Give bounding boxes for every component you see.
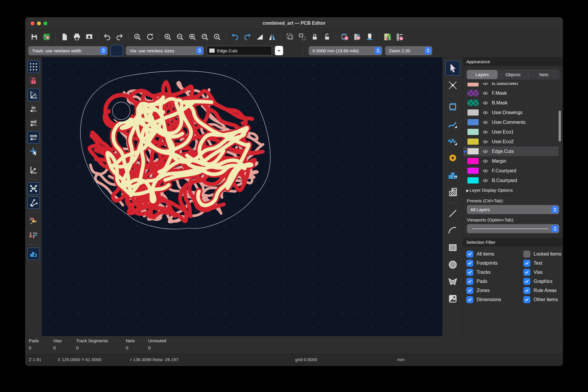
- visibility-eye-icon[interactable]: [482, 110, 488, 115]
- checkbox-checked-icon[interactable]: [523, 260, 530, 267]
- track-display-button[interactable]: [27, 229, 40, 241]
- layer-color-swatch[interactable]: [467, 129, 479, 135]
- select-arrow-button[interactable]: [445, 61, 460, 76]
- checkbox-checked-icon[interactable]: [466, 269, 473, 276]
- visibility-eye-icon[interactable]: [482, 101, 488, 105]
- plot-button[interactable]: [83, 31, 95, 43]
- zone-display-button[interactable]: [27, 248, 40, 260]
- print-button[interactable]: [71, 31, 83, 43]
- layer-color-swatch[interactable]: [467, 168, 479, 174]
- place-via-button[interactable]: [445, 151, 460, 165]
- place-footprint-button[interactable]: [445, 99, 460, 114]
- filter-rule-areas[interactable]: Rule Areas: [523, 287, 563, 294]
- redo-button[interactable]: [113, 31, 125, 43]
- checkbox-checked-icon[interactable]: [523, 296, 530, 303]
- rotate-ccw-button[interactable]: [229, 31, 241, 43]
- layer-pair-tool[interactable]: [286, 45, 298, 56]
- layer-color-swatch[interactable]: [467, 119, 479, 125]
- group-button[interactable]: [284, 31, 296, 43]
- zoom-in-button[interactable]: [162, 31, 173, 43]
- ungroup-button[interactable]: [296, 31, 308, 43]
- footprint-editor-button[interactable]: [339, 31, 351, 43]
- layer-row-margin[interactable]: Margin: [463, 156, 559, 166]
- layer-list-scrollbar[interactable]: [559, 111, 561, 141]
- layer-color-swatch[interactable]: [467, 83, 479, 86]
- checkbox-checked-icon[interactable]: [466, 278, 473, 285]
- viewports-dropdown[interactable]: [467, 224, 559, 233]
- visibility-eye-icon[interactable]: [482, 83, 488, 86]
- draw-rectangle-button[interactable]: [445, 240, 460, 255]
- checkbox-checked-icon[interactable]: [523, 278, 530, 285]
- units-mm-button[interactable]: mm: [27, 131, 40, 144]
- checkbox-checked-icon[interactable]: [466, 296, 473, 303]
- visibility-eye-icon[interactable]: [482, 159, 488, 164]
- layer-row-b-silkscreen[interactable]: B.Silkscreen: [463, 83, 559, 88]
- layer-row-user-comments[interactable]: User.Comments: [463, 117, 559, 127]
- checkbox-unchecked-icon[interactable]: [523, 251, 530, 258]
- checkbox-checked-icon[interactable]: [466, 251, 473, 258]
- save-button[interactable]: [28, 31, 40, 43]
- filter-vias[interactable]: Vias: [523, 269, 563, 276]
- layer-row-user-drawings[interactable]: User.Drawings: [463, 108, 559, 117]
- drafting-45-button[interactable]: [27, 164, 40, 176]
- layer-color-swatch[interactable]: [467, 139, 479, 145]
- draw-polygon-button[interactable]: [445, 274, 460, 289]
- draw-zone-button[interactable]: [445, 168, 460, 182]
- layer-row-f-courtyard[interactable]: F.Courtyard: [463, 166, 559, 176]
- grid-size-dropdown[interactable]: 0.5000 mm (19.69 mils): [309, 46, 382, 55]
- filter-other-items[interactable]: Other items: [523, 296, 563, 303]
- layer-row-f-mask[interactable]: F.Mask: [463, 88, 559, 98]
- filter-graphics[interactable]: Graphics: [523, 278, 563, 285]
- checkbox-checked-icon[interactable]: [523, 287, 530, 294]
- presets-dropdown[interactable]: All Layers: [467, 205, 559, 214]
- drc-button[interactable]: [394, 31, 406, 43]
- tune-length-button[interactable]: [445, 134, 460, 148]
- visibility-eye-icon[interactable]: [482, 178, 488, 183]
- polar-coordinates-button[interactable]: rθ: [27, 89, 40, 101]
- filter-footprints[interactable]: Footprints: [466, 260, 497, 267]
- filter-all-items[interactable]: All items: [466, 251, 494, 258]
- checkbox-checked-icon[interactable]: [466, 287, 473, 294]
- lock-button[interactable]: [309, 31, 320, 43]
- crosshair-cursor-button[interactable]: [27, 145, 40, 158]
- visibility-eye-icon[interactable]: [482, 149, 488, 154]
- layer-color-swatch[interactable]: [467, 148, 479, 154]
- layer-row-edge-cuts[interactable]: ▶Edge.Cuts: [463, 146, 559, 156]
- net-highlight-button[interactable]: [27, 215, 40, 227]
- zoom-fit-button[interactable]: [186, 31, 198, 43]
- library-browser-button[interactable]: [351, 31, 363, 43]
- via-size-dropdown[interactable]: Via: use netclass sizes: [126, 46, 204, 55]
- layer-color-swatch[interactable]: [467, 100, 479, 106]
- curved-ratsnest-button[interactable]: [27, 196, 40, 209]
- zoom-out-button[interactable]: [174, 31, 186, 43]
- tab-objects[interactable]: Objects: [498, 70, 528, 79]
- layer-selector-chevron-button[interactable]: [275, 46, 283, 55]
- layer-row-user-eco1[interactable]: User.Eco1: [463, 127, 559, 137]
- filter-text[interactable]: Text: [523, 260, 563, 267]
- visibility-eye-icon[interactable]: [482, 91, 488, 96]
- locked-items-button[interactable]: [27, 75, 40, 87]
- draw-line-button[interactable]: [445, 206, 460, 221]
- visibility-eye-icon[interactable]: [482, 139, 488, 144]
- page-settings-button[interactable]: [59, 31, 70, 43]
- pcb-canvas[interactable]: [42, 57, 442, 336]
- filter-dimensions[interactable]: Dimensions: [466, 296, 501, 303]
- zoom-objects-button[interactable]: [199, 31, 211, 43]
- draw-circle-button[interactable]: [445, 257, 460, 272]
- local-ratsnest-button[interactable]: [445, 78, 460, 93]
- mirror-button[interactable]: [266, 31, 278, 43]
- layer-row-b-mask[interactable]: B.Mask: [463, 98, 559, 108]
- layer-color-swatch[interactable]: [467, 158, 479, 164]
- filter-zones[interactable]: Zones: [466, 287, 490, 294]
- filter-tracks[interactable]: Tracks: [466, 269, 490, 276]
- ratsnest-visibility-button[interactable]: [27, 182, 40, 195]
- board-setup-button[interactable]: [41, 31, 52, 43]
- layer-color-swatch[interactable]: [467, 177, 479, 184]
- layer-color-swatch[interactable]: [467, 90, 479, 96]
- grid-dots-button[interactable]: [27, 61, 40, 73]
- rule-area-button[interactable]: [445, 185, 460, 199]
- undo-button[interactable]: [101, 31, 113, 43]
- units-inches-button[interactable]: in: [27, 103, 40, 115]
- footprint-viewer-button[interactable]: [364, 31, 375, 43]
- filter-locked-items[interactable]: Locked items: [523, 251, 563, 258]
